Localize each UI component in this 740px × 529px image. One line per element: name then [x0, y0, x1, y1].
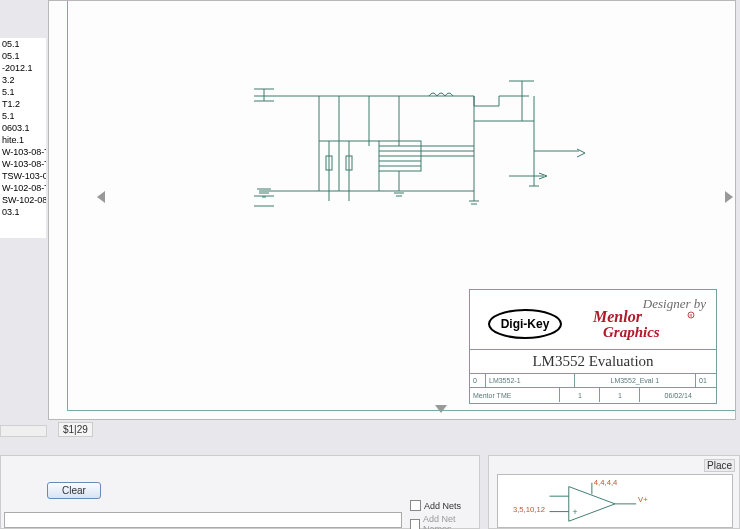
add-nets-label: Add Nets — [424, 501, 461, 511]
nav-down-icon[interactable] — [435, 405, 447, 413]
pin-label-left: 3,5,10,12 — [513, 505, 545, 514]
tree-item[interactable]: W-102-08-T-S — [0, 182, 46, 194]
tree-item[interactable]: TSW-103-08- — [0, 170, 46, 182]
tree-item[interactable]: 03.1 — [0, 206, 46, 218]
tree-item[interactable]: W-103-08-T-S — [0, 146, 46, 158]
pin-label-top: 4,4,4,4 — [594, 478, 618, 487]
digikey-logo: Digi-Key — [486, 307, 564, 341]
tree-item[interactable]: T1.2 — [0, 98, 46, 110]
svg-text:Graphics: Graphics — [603, 324, 660, 340]
tree-item[interactable]: SW-102-08-T — [0, 194, 46, 206]
add-nets-checkbox[interactable]: Add Nets — [410, 500, 461, 511]
tree-item[interactable]: 05.1 — [0, 50, 46, 62]
svg-text:+: + — [573, 507, 578, 517]
title-block-row2: Mentor TME 1 1 06/02/14 — [470, 388, 716, 402]
component-tree[interactable]: 05.1 05.1 -2012.1 3.2 5.1 T1.2 5.1 0603.… — [0, 38, 46, 238]
cursor-coord-readout: $1|29 — [58, 422, 93, 437]
output-panel: Clear Add Nets Add Net Names — [0, 455, 480, 529]
nav-left-icon[interactable] — [97, 191, 105, 203]
svg-text:Digi-Key: Digi-Key — [500, 317, 549, 331]
designer-by-label: Designer by — [643, 296, 706, 312]
tree-item[interactable]: -2012.1 — [0, 62, 46, 74]
tree-item[interactable]: hite.1 — [0, 134, 46, 146]
checkbox-icon — [410, 500, 421, 511]
sheet-title: LM3552 Evaluation — [470, 350, 716, 374]
mentor-graphics-logo: Menlor Graphics R — [583, 307, 701, 341]
symbol-preview: + 3,5,10,12 4,4,4,4 V+ — [497, 474, 733, 528]
clear-button[interactable]: Clear — [47, 482, 101, 499]
pin-label-right: V+ — [638, 495, 648, 504]
title-block: Designer by Digi-Key Menlor Graphics R L… — [469, 289, 717, 404]
tree-item[interactable]: 05.1 — [0, 38, 46, 50]
nav-right-icon[interactable] — [725, 191, 733, 203]
tree-item[interactable]: W-103-08-T-S — [0, 158, 46, 170]
add-net-names-label: Add Net Names — [423, 514, 479, 529]
tree-hscrollbar[interactable] — [0, 425, 47, 437]
title-block-row1: 0 LM3552-1 LM3552_Eval 1 01 — [470, 374, 716, 388]
tree-item[interactable]: 3.2 — [0, 74, 46, 86]
tree-item[interactable]: 5.1 — [0, 86, 46, 98]
symbol-preview-panel: Place + 3,5,10,12 4,4,4,4 V+ — [488, 455, 740, 529]
checkbox-icon — [410, 519, 420, 530]
command-input[interactable] — [4, 512, 402, 528]
add-net-names-checkbox[interactable]: Add Net Names — [410, 514, 479, 529]
svg-text:Menlor: Menlor — [592, 308, 643, 325]
schematic-viewport[interactable]: Designer by Digi-Key Menlor Graphics R L… — [48, 0, 736, 420]
place-button[interactable]: Place — [704, 459, 735, 472]
tree-item[interactable]: 0603.1 — [0, 122, 46, 134]
svg-text:R: R — [689, 313, 692, 318]
tree-item[interactable]: 5.1 — [0, 110, 46, 122]
